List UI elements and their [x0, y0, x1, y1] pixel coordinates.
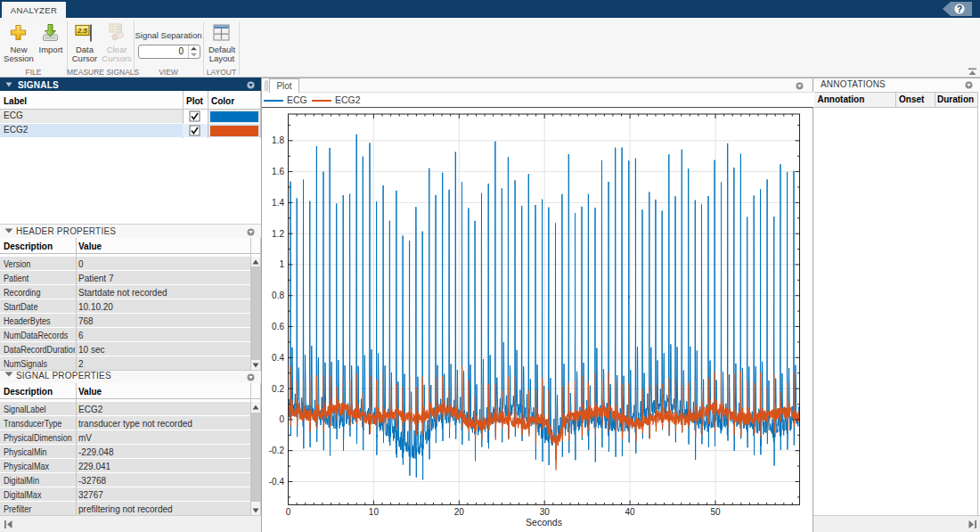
svg-text:0.6: 0.6: [272, 322, 284, 331]
svg-text:2.5: 2.5: [110, 25, 119, 31]
svg-text:1.2: 1.2: [272, 229, 284, 239]
svg-text:0.2: 0.2: [272, 384, 284, 394]
svg-text:20: 20: [454, 507, 465, 517]
svg-text:50: 50: [710, 507, 721, 517]
svg-text:40: 40: [625, 507, 636, 517]
svg-text:1.6: 1.6: [272, 167, 284, 176]
svg-text:1: 1: [279, 259, 284, 269]
svg-text:-0.2: -0.2: [269, 446, 285, 455]
svg-text:0.4: 0.4: [272, 353, 284, 363]
svg-text:Seconds: Seconds: [526, 517, 562, 528]
svg-text:30: 30: [540, 507, 551, 517]
svg-text:0: 0: [279, 414, 284, 424]
svg-text:1.8: 1.8: [272, 135, 284, 145]
svg-text:2.5: 2.5: [77, 27, 88, 35]
svg-text:-0.4: -0.4: [269, 477, 285, 487]
svg-text:?: ?: [957, 4, 962, 14]
svg-text:1.4: 1.4: [272, 198, 284, 208]
svg-text:0: 0: [286, 507, 291, 517]
svg-text:0.8: 0.8: [272, 291, 284, 300]
svg-text:10: 10: [369, 507, 380, 517]
